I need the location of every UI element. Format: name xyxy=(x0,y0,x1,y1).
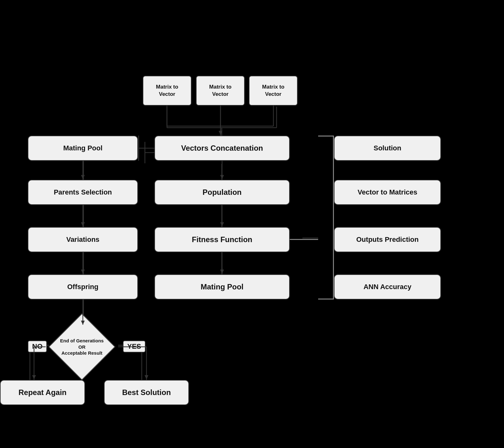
svg-marker-41 xyxy=(81,270,85,274)
best-solution: Best Solution xyxy=(104,380,189,405)
right-bracket xyxy=(318,136,334,300)
svg-marker-44 xyxy=(220,222,224,226)
yes-label: YES xyxy=(123,340,146,352)
solution: Solution xyxy=(334,136,441,161)
vectors-concatenation: Vectors Concatenation xyxy=(154,136,290,161)
mating-pool-right: Mating Pool xyxy=(154,274,290,300)
variations: Variations xyxy=(28,227,138,252)
svg-marker-47 xyxy=(32,375,36,379)
outputs-prediction: Outputs Prediction xyxy=(334,227,441,252)
svg-marker-43 xyxy=(220,175,224,179)
svg-marker-48 xyxy=(145,375,148,379)
offspring: Offspring xyxy=(28,274,138,300)
svg-marker-40 xyxy=(81,222,85,226)
population: Population xyxy=(154,180,290,205)
vector-to-matrices: Vector to Matrices xyxy=(334,180,441,205)
diagram-container: Matrix to Vector Matrix to Vector Matrix… xyxy=(0,73,504,448)
repeat-again: Repeat Again xyxy=(0,380,85,405)
svg-marker-45 xyxy=(220,270,224,274)
decision-diamond: End of Generations OR Acceptable Result xyxy=(46,322,118,372)
diamond-label: End of Generations OR Acceptable Result xyxy=(54,338,110,356)
svg-marker-46 xyxy=(219,131,222,135)
parents-selection: Parents Selection xyxy=(28,180,138,205)
fitness-to-bracket-line xyxy=(290,239,318,240)
fitness-function: Fitness Function xyxy=(154,227,290,252)
matrix-to-vector-3: Matrix to Vector xyxy=(249,76,298,106)
ann-accuracy: ANN Accuracy xyxy=(334,274,441,300)
no-label: NO xyxy=(28,340,47,352)
matrix-to-vector-2: Matrix to Vector xyxy=(196,76,245,106)
svg-marker-39 xyxy=(81,175,85,179)
matrix-to-vector-1: Matrix to Vector xyxy=(143,76,192,106)
mating-pool-left: Mating Pool xyxy=(28,136,138,161)
